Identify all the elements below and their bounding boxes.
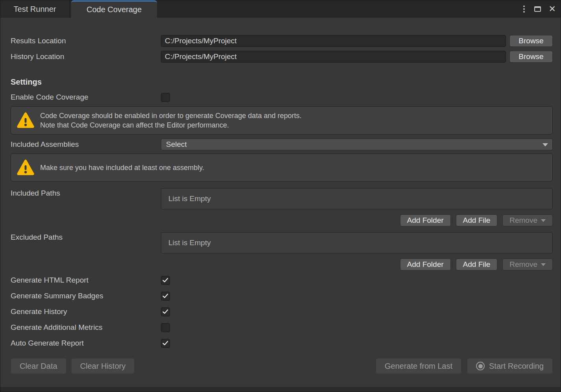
footer-toolbar: Clear Data Clear History Generate from L… [11, 358, 553, 374]
auto-generate-report-checkbox[interactable] [161, 339, 170, 348]
excluded-paths-buttons: Add Folder Add File Remove [11, 259, 553, 270]
included-assemblies-label: Included Assemblies [11, 140, 161, 149]
enable-code-coverage-row: Enable Code Coverage [11, 92, 553, 102]
footer-left-group: Clear Data Clear History [11, 358, 135, 374]
chevron-down-icon [541, 219, 546, 222]
window-controls: ✕ [522, 0, 556, 18]
code-coverage-window: Test Runner Code Coverage ✕ Results Loca… [0, 0, 561, 392]
included-remove-button[interactable]: Remove [502, 214, 553, 226]
excluded-add-folder-button[interactable]: Add Folder [400, 259, 451, 270]
included-paths-label: Included Paths [11, 189, 161, 198]
check-icon [162, 309, 168, 314]
generate-html-report-checkbox[interactable] [161, 276, 170, 285]
included-add-folder-button[interactable]: Add Folder [400, 214, 451, 226]
generate-history-checkbox[interactable] [161, 307, 170, 316]
window-bottom-edge [0, 387, 561, 392]
included-paths-buttons: Add Folder Add File Remove [11, 214, 553, 226]
warning-icon [17, 112, 35, 129]
generate-summary-badges-label: Generate Summary Badges [11, 292, 161, 300]
tab-bar: Test Runner Code Coverage ✕ [0, 0, 561, 18]
excluded-add-file-button[interactable]: Add File [456, 259, 498, 270]
chevron-down-icon [541, 263, 546, 266]
enable-code-coverage-label: Enable Code Coverage [11, 93, 161, 102]
generate-history-label: Generate History [11, 307, 161, 316]
generate-options: Generate HTML Report Generate Summary Ba… [11, 276, 553, 348]
generate-additional-metrics-label: Generate Additional Metrics [11, 323, 161, 332]
history-location-input[interactable] [161, 51, 506, 63]
footer-right-group: Generate from Last Start Recording [376, 358, 553, 374]
tab-test-runner[interactable]: Test Runner [0, 0, 70, 18]
included-assemblies-dropdown[interactable]: Select [161, 139, 553, 150]
check-icon [162, 294, 168, 298]
coverage-warning-text: Code Coverage should be enabled in order… [40, 111, 301, 130]
generate-html-report-label: Generate HTML Report [11, 276, 161, 285]
included-paths-list[interactable]: List is Empty [161, 188, 553, 209]
clear-data-button[interactable]: Clear Data [11, 358, 66, 374]
auto-generate-report-label: Auto Generate Report [11, 339, 161, 348]
history-browse-button[interactable]: Browse [509, 51, 553, 63]
generate-summary-badges-row: Generate Summary Badges [11, 291, 553, 301]
clear-history-button[interactable]: Clear History [71, 358, 135, 374]
included-add-file-button[interactable]: Add File [456, 214, 498, 226]
excluded-paths-label: Excluded Paths [11, 233, 161, 242]
assemblies-warning-text: Make sure you have included at least one… [40, 163, 204, 172]
generate-summary-badges-checkbox[interactable] [161, 292, 170, 301]
results-location-input[interactable] [161, 35, 506, 47]
start-recording-button[interactable]: Start Recording [467, 358, 553, 374]
generate-html-report-row: Generate HTML Report [11, 276, 553, 285]
generate-from-last-button[interactable]: Generate from Last [376, 358, 461, 374]
close-icon[interactable]: ✕ [549, 5, 556, 13]
assemblies-warning-box: Make sure you have included at least one… [11, 153, 553, 181]
content-area: Results Location Browse History Location… [0, 35, 561, 374]
kebab-menu-icon[interactable] [522, 4, 526, 14]
excluded-paths-row: Excluded Paths List is Empty [11, 232, 553, 253]
included-paths-row: Included Paths List is Empty [11, 188, 553, 209]
history-location-row: History Location Browse [11, 51, 553, 63]
auto-generate-report-row: Auto Generate Report [11, 338, 553, 348]
included-assemblies-row: Included Assemblies Select [11, 139, 553, 150]
excluded-remove-button[interactable]: Remove [502, 259, 553, 270]
generate-additional-metrics-row: Generate Additional Metrics [11, 323, 553, 332]
generate-additional-metrics-checkbox[interactable] [161, 323, 170, 332]
record-icon [476, 362, 485, 370]
generate-history-row: Generate History [11, 307, 553, 316]
results-location-row: Results Location Browse [11, 35, 553, 47]
coverage-warning-box: Code Coverage should be enabled in order… [11, 106, 553, 135]
check-icon [162, 341, 168, 346]
enable-code-coverage-checkbox[interactable] [161, 93, 170, 102]
results-browse-button[interactable]: Browse [509, 35, 553, 47]
settings-header: Settings [11, 77, 553, 87]
excluded-paths-list[interactable]: List is Empty [161, 232, 553, 253]
history-location-label: History Location [11, 52, 161, 61]
chevron-down-icon [543, 143, 548, 146]
maximize-icon[interactable] [534, 6, 541, 12]
dropdown-value: Select [166, 140, 187, 149]
check-icon [162, 278, 168, 283]
warning-icon [17, 159, 35, 176]
results-location-label: Results Location [11, 37, 161, 45]
tab-code-coverage[interactable]: Code Coverage [71, 0, 157, 18]
